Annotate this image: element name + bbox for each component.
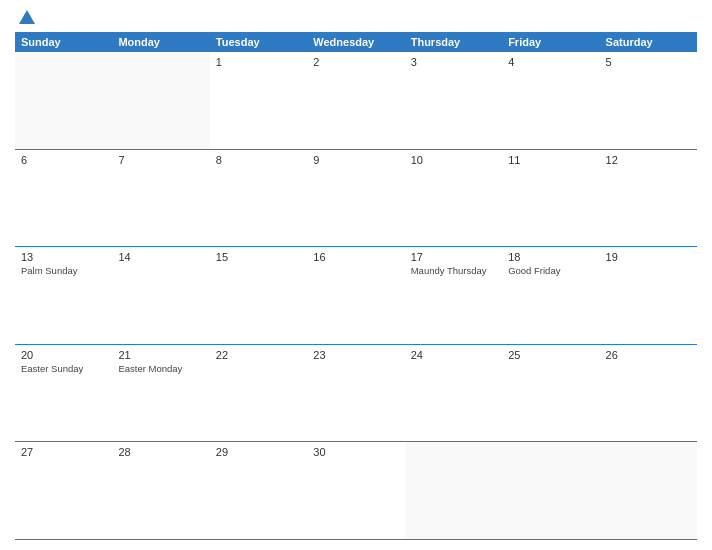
- cell-day-number: 11: [508, 154, 593, 166]
- calendar-week-4: 20Easter Sunday21Easter Monday2223242526: [15, 345, 697, 443]
- cell-day-number: 4: [508, 56, 593, 68]
- cell-day-number: 23: [313, 349, 398, 361]
- weekday-header-sunday: Sunday: [15, 32, 112, 52]
- calendar-cell: 9: [307, 150, 404, 247]
- cell-day-number: 15: [216, 251, 301, 263]
- cell-day-number: 22: [216, 349, 301, 361]
- calendar-cell: 1: [210, 52, 307, 149]
- cell-event-label: Easter Monday: [118, 363, 203, 375]
- calendar-cell: [15, 52, 112, 149]
- calendar-body: 12345678910111213Palm Sunday14151617Maun…: [15, 52, 697, 540]
- cell-day-number: 9: [313, 154, 398, 166]
- calendar: SundayMondayTuesdayWednesdayThursdayFrid…: [15, 32, 697, 540]
- calendar-cell: 22: [210, 345, 307, 442]
- calendar-cell: 15: [210, 247, 307, 344]
- weekday-header-thursday: Thursday: [405, 32, 502, 52]
- cell-event-label: Maundy Thursday: [411, 265, 496, 277]
- cell-day-number: 13: [21, 251, 106, 263]
- calendar-cell: 27: [15, 442, 112, 539]
- cell-day-number: 27: [21, 446, 106, 458]
- calendar-cell: 8: [210, 150, 307, 247]
- calendar-cell: 29: [210, 442, 307, 539]
- calendar-cell: 30: [307, 442, 404, 539]
- calendar-cell: [112, 52, 209, 149]
- calendar-cell: 26: [600, 345, 697, 442]
- calendar-cell: 24: [405, 345, 502, 442]
- weekday-header-wednesday: Wednesday: [307, 32, 404, 52]
- calendar-cell: 6: [15, 150, 112, 247]
- cell-event-label: Easter Sunday: [21, 363, 106, 375]
- calendar-cell: [502, 442, 599, 539]
- cell-day-number: 17: [411, 251, 496, 263]
- calendar-week-2: 6789101112: [15, 150, 697, 248]
- calendar-cell: 19: [600, 247, 697, 344]
- calendar-weekday-header: SundayMondayTuesdayWednesdayThursdayFrid…: [15, 32, 697, 52]
- calendar-cell: 18Good Friday: [502, 247, 599, 344]
- cell-day-number: 6: [21, 154, 106, 166]
- logo: [15, 10, 37, 26]
- weekday-header-monday: Monday: [112, 32, 209, 52]
- cell-day-number: 14: [118, 251, 203, 263]
- cell-day-number: 29: [216, 446, 301, 458]
- page: SundayMondayTuesdayWednesdayThursdayFrid…: [0, 0, 712, 550]
- cell-day-number: 21: [118, 349, 203, 361]
- cell-day-number: 24: [411, 349, 496, 361]
- cell-day-number: 25: [508, 349, 593, 361]
- calendar-cell: 2: [307, 52, 404, 149]
- cell-day-number: 8: [216, 154, 301, 166]
- logo-triangle-icon: [19, 10, 35, 24]
- calendar-header: [15, 10, 697, 26]
- cell-day-number: 12: [606, 154, 691, 166]
- calendar-cell: [405, 442, 502, 539]
- cell-day-number: 2: [313, 56, 398, 68]
- cell-day-number: 5: [606, 56, 691, 68]
- calendar-week-5: 27282930: [15, 442, 697, 540]
- calendar-cell: 17Maundy Thursday: [405, 247, 502, 344]
- cell-event-label: Good Friday: [508, 265, 593, 277]
- cell-day-number: 19: [606, 251, 691, 263]
- calendar-cell: 3: [405, 52, 502, 149]
- calendar-cell: 28: [112, 442, 209, 539]
- calendar-cell: 16: [307, 247, 404, 344]
- calendar-cell: 10: [405, 150, 502, 247]
- calendar-cell: 21Easter Monday: [112, 345, 209, 442]
- cell-day-number: 26: [606, 349, 691, 361]
- calendar-cell: 4: [502, 52, 599, 149]
- calendar-cell: 11: [502, 150, 599, 247]
- calendar-cell: 5: [600, 52, 697, 149]
- cell-event-label: Palm Sunday: [21, 265, 106, 277]
- weekday-header-saturday: Saturday: [600, 32, 697, 52]
- weekday-header-friday: Friday: [502, 32, 599, 52]
- calendar-cell: 7: [112, 150, 209, 247]
- calendar-cell: 23: [307, 345, 404, 442]
- cell-day-number: 3: [411, 56, 496, 68]
- calendar-cell: 25: [502, 345, 599, 442]
- calendar-week-3: 13Palm Sunday14151617Maundy Thursday18Go…: [15, 247, 697, 345]
- calendar-cell: 13Palm Sunday: [15, 247, 112, 344]
- cell-day-number: 28: [118, 446, 203, 458]
- cell-day-number: 30: [313, 446, 398, 458]
- cell-day-number: 7: [118, 154, 203, 166]
- cell-day-number: 20: [21, 349, 106, 361]
- calendar-cell: 14: [112, 247, 209, 344]
- calendar-cell: [600, 442, 697, 539]
- cell-day-number: 18: [508, 251, 593, 263]
- cell-day-number: 16: [313, 251, 398, 263]
- calendar-cell: 20Easter Sunday: [15, 345, 112, 442]
- weekday-header-tuesday: Tuesday: [210, 32, 307, 52]
- calendar-week-1: 12345: [15, 52, 697, 150]
- calendar-cell: 12: [600, 150, 697, 247]
- cell-day-number: 1: [216, 56, 301, 68]
- cell-day-number: 10: [411, 154, 496, 166]
